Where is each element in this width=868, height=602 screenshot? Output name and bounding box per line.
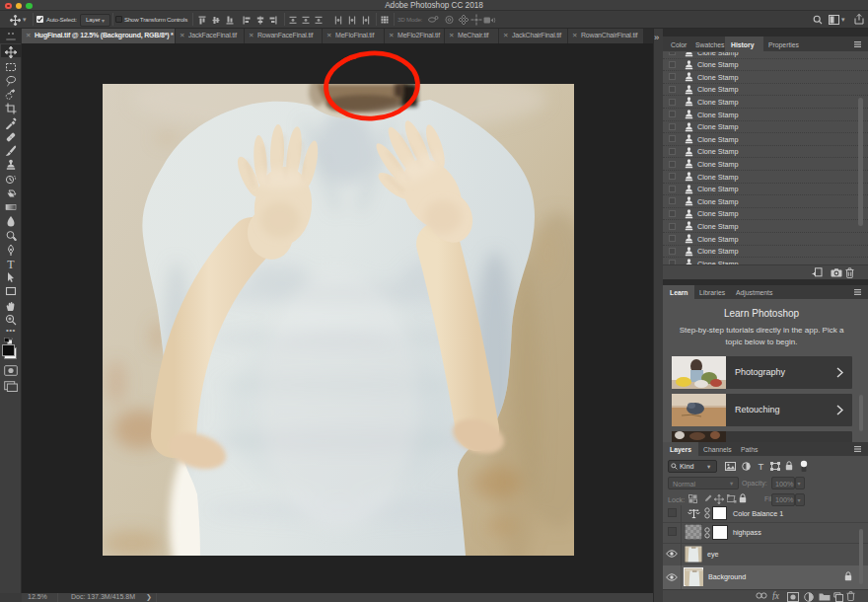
svg-text:T: T — [7, 258, 15, 269]
svg-text:fx: fx — [772, 591, 780, 600]
svg-text:T: T — [759, 462, 764, 471]
